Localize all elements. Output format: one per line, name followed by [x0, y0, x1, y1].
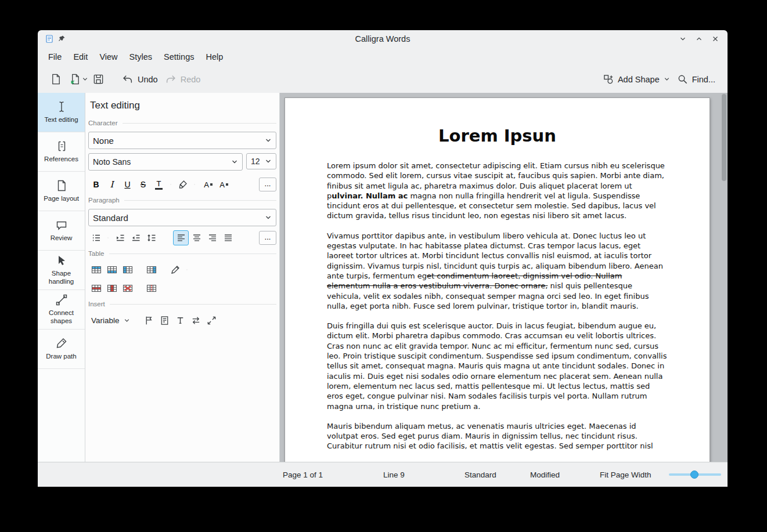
save-button[interactable]	[89, 71, 108, 88]
redo-button[interactable]: Redo	[161, 71, 204, 88]
list-format-dropdown[interactable]	[104, 230, 112, 245]
footnote-button[interactable]	[157, 313, 172, 328]
chevron-down-icon	[265, 137, 272, 144]
draw-path-icon	[55, 337, 68, 350]
menu-file[interactable]: File	[42, 49, 67, 64]
maximize-button[interactable]	[694, 34, 704, 44]
close-button[interactable]	[710, 34, 721, 44]
swap-direction-button[interactable]	[188, 313, 204, 328]
page-break-button[interactable]	[141, 313, 157, 328]
subscript-button[interactable]: A	[214, 177, 230, 192]
window-title: Calligra Words	[38, 34, 728, 44]
menu-styles[interactable]: Styles	[124, 49, 159, 64]
menu-view[interactable]: View	[93, 49, 123, 64]
new-document-button[interactable]	[46, 71, 66, 88]
font-size-value: 12	[251, 157, 260, 166]
line-spacing-button[interactable]	[143, 230, 159, 245]
list-format-button[interactable]	[88, 230, 104, 245]
vertical-scrollbar[interactable]	[722, 94, 726, 461]
delete-table-button[interactable]	[120, 281, 135, 296]
paragraph[interactable]: Mauris bibendum aliquam metus, ac venena…	[327, 421, 668, 451]
document-title[interactable]: Lorem Ipsun	[327, 126, 668, 146]
superscript-button[interactable]: A	[199, 177, 214, 192]
sidebar-tab-references[interactable]: References	[38, 132, 85, 172]
pin-icon[interactable]	[57, 35, 66, 43]
indent-less-button[interactable]	[128, 230, 143, 245]
insert-row-above-button[interactable]	[88, 262, 104, 277]
character-more-button[interactable]: ...	[259, 178, 276, 191]
redo-icon	[165, 74, 177, 85]
titlebar[interactable]: Calligra Words	[38, 30, 728, 48]
menu-edit[interactable]: Edit	[67, 49, 93, 64]
insert-row-above-icon	[91, 264, 102, 276]
delete-row-button[interactable]	[88, 281, 104, 296]
strikethrough-button[interactable]: S	[135, 177, 151, 192]
app-window: Calligra Words File Edit View Styles	[38, 30, 728, 487]
text-run[interactable]: Mauris bibendum aliquam metus, ac venena…	[327, 422, 653, 451]
highlight-color-button[interactable]	[175, 177, 190, 192]
sidebar-tab-text-editing[interactable]: Text editing	[38, 93, 85, 132]
align-right-button[interactable]	[204, 230, 220, 245]
text-color-swatch	[155, 188, 163, 190]
character-style-value: None	[93, 136, 114, 146]
table-insert-row	[88, 262, 276, 277]
zoom-mode-button[interactable]: Fit Page Width	[600, 471, 651, 479]
add-shape-button[interactable]: Add Shape	[599, 71, 674, 87]
font-family-combo[interactable]: Noto Sans	[88, 153, 243, 171]
menu-help[interactable]: Help	[200, 49, 229, 64]
paragraph-style-combo[interactable]: Standard	[88, 209, 276, 226]
menu-settings[interactable]: Settings	[158, 49, 200, 64]
font-size-combo[interactable]: 12	[246, 153, 276, 169]
insert-row-below-button[interactable]	[104, 262, 120, 277]
undo-button[interactable]: Undo	[118, 71, 161, 88]
character-style-combo[interactable]: None	[88, 132, 276, 149]
text-run[interactable]: Duis fringilla dui quis est scelerisque …	[327, 321, 667, 410]
italic-button[interactable]: I	[104, 177, 120, 192]
split-cells-button[interactable]	[143, 281, 159, 296]
superscript-mark	[210, 183, 213, 186]
align-left-button[interactable]	[173, 230, 189, 245]
paragraph[interactable]: Lorem ipsum dolor sit amet, consectetur …	[327, 161, 668, 221]
panel-title: Text editing	[88, 97, 276, 115]
zoom-slider[interactable]	[669, 470, 721, 479]
variable-dropdown[interactable]: Variable	[88, 314, 133, 327]
shade-button[interactable]	[678, 34, 688, 44]
page-indicator[interactable]: Page 1 of 1	[283, 471, 323, 479]
expand-button[interactable]	[204, 313, 219, 328]
text-color-dropdown[interactable]	[167, 177, 175, 192]
connect-shapes-icon	[55, 294, 68, 306]
paragraph[interactable]: Vivamus porttitor dapibus ante, in vesti…	[327, 231, 668, 311]
insert-tools-row: Variable	[88, 313, 276, 328]
sidebar-tab-shape-handling[interactable]: Shape handling	[38, 251, 85, 290]
tab-label: Page layout	[41, 195, 81, 203]
open-recent-dropdown[interactable]	[81, 74, 89, 85]
document-page[interactable]: Lorem Ipsun Lorem ipsum dolor sit amet, …	[285, 97, 710, 462]
sidebar-tab-draw-path[interactable]: Draw path	[38, 330, 85, 369]
document-canvas[interactable]: Lorem Ipsun Lorem ipsum dolor sit amet, …	[280, 93, 728, 462]
insert-column-right-button[interactable]	[143, 262, 159, 277]
zoom-slider-handle[interactable]	[690, 471, 698, 479]
sidebar-tab-connect-shapes[interactable]: Connect shapes	[38, 290, 85, 330]
table-border-pen-button[interactable]	[167, 262, 183, 277]
insert-column-left-button[interactable]	[120, 262, 135, 277]
scrollbar-thumb[interactable]	[722, 94, 726, 181]
find-button[interactable]: Find...	[674, 71, 719, 87]
text-color-button[interactable]: T	[151, 177, 167, 192]
sidebar-tab-page-layout[interactable]: Page layout	[38, 172, 85, 211]
add-shape-label: Add Shape	[618, 75, 660, 84]
align-justify-button[interactable]	[220, 230, 236, 245]
align-center-button[interactable]	[189, 230, 204, 245]
table-border-dropdown[interactable]	[183, 262, 191, 277]
indent-more-button[interactable]	[112, 230, 128, 245]
sidebar-tab-review[interactable]: Review	[38, 211, 85, 251]
insert-text-button[interactable]	[172, 313, 188, 328]
delete-column-button[interactable]	[104, 281, 120, 296]
paragraph[interactable]: Duis fringilla dui quis est scelerisque …	[327, 321, 668, 411]
highlight-color-dropdown[interactable]	[190, 177, 199, 192]
bold-button[interactable]: B	[88, 177, 104, 192]
underline-button[interactable]: U	[120, 177, 135, 192]
paragraph-more-button[interactable]: ...	[259, 231, 276, 245]
superscript-glyph: A	[204, 180, 209, 189]
shape-handling-icon	[55, 254, 68, 267]
text-run[interactable]: ulvinar. Nullam ac	[332, 191, 408, 200]
